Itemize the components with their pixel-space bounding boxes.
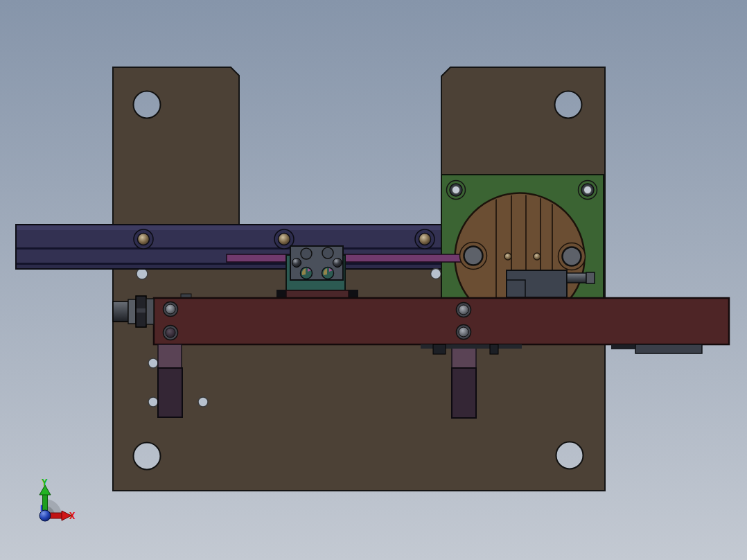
plate-pinhole-3 xyxy=(148,397,158,407)
plate-pinhole-2 xyxy=(148,358,158,368)
under-bar-rail-right xyxy=(635,344,702,353)
post-middle-lower xyxy=(452,368,476,418)
knob-collar xyxy=(128,299,136,324)
crossbar-screw-left-bottom[interactable] xyxy=(164,326,178,340)
crossbar-screw-left-top[interactable] xyxy=(164,302,178,317)
drive-rod[interactable] xyxy=(227,254,468,262)
rotary-hub-left[interactable] xyxy=(460,243,487,270)
green-plate-screw-left[interactable] xyxy=(447,181,466,200)
cad-viewport[interactable]: Y X xyxy=(0,0,747,560)
carriage-cutout-right xyxy=(322,268,334,279)
carriage-screw-right[interactable] xyxy=(333,259,342,268)
rail-bottom-face xyxy=(17,265,441,268)
disc-dowel-hole-right xyxy=(534,253,541,260)
motor-shaft[interactable] xyxy=(567,273,586,283)
knob-shank xyxy=(146,299,154,324)
plate-pinhole-5 xyxy=(431,269,441,279)
post-left-lower xyxy=(158,368,182,417)
carriage-screw-left[interactable] xyxy=(292,259,301,268)
carriage-cutout-left xyxy=(301,268,313,279)
crossbar[interactable] xyxy=(154,298,729,344)
knob-tip xyxy=(113,301,128,322)
carriage-bore-top-left xyxy=(301,248,312,259)
crossbar-screw-middle-top[interactable] xyxy=(457,303,471,317)
plate-pinhole-4 xyxy=(198,397,208,407)
green-plate-screw-right[interactable] xyxy=(579,181,597,200)
rail-screw-right[interactable] xyxy=(415,229,434,249)
knob-hex-band xyxy=(137,308,146,313)
plate-hole-bottom-left xyxy=(134,443,161,470)
rotary-hub-right[interactable] xyxy=(559,243,586,270)
plate-pinhole-1 xyxy=(137,268,148,279)
crossbar-screw-middle-bottom[interactable] xyxy=(457,325,471,340)
plate-hole-bottom-right xyxy=(556,442,583,469)
motor-shaft-cap xyxy=(586,272,595,283)
support-post-middle[interactable] xyxy=(452,344,476,418)
origin-sphere xyxy=(39,510,51,521)
disc-dowel-hole-left xyxy=(504,253,511,260)
rail-groove-lower xyxy=(17,263,441,265)
y-axis-label: Y xyxy=(42,477,48,488)
rail-screw-left[interactable] xyxy=(134,229,153,249)
rail-top-face xyxy=(17,226,441,230)
rail-groove-upper xyxy=(17,247,441,250)
plate-hole-top-right xyxy=(555,91,582,119)
carriage-bore-top-right xyxy=(322,247,333,259)
plate-hole-top-left xyxy=(134,91,161,119)
motor-block-body[interactable] xyxy=(507,270,567,297)
post-left-upper xyxy=(158,344,182,368)
x-axis-label: X xyxy=(69,510,76,521)
support-post-left[interactable] xyxy=(158,344,182,417)
carriage-base-strip xyxy=(286,290,349,298)
crossbar-body[interactable] xyxy=(154,298,729,344)
